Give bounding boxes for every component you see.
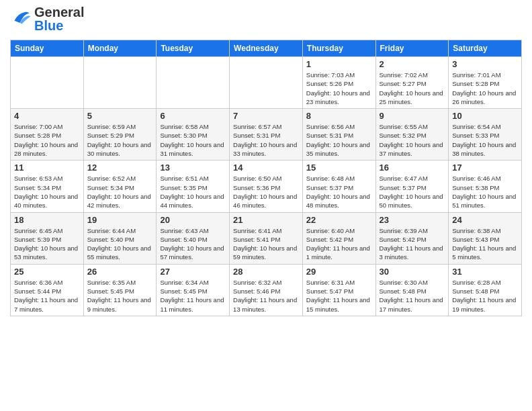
- calendar-cell: [157, 57, 230, 109]
- calendar-cell: 20Sunrise: 6:43 AMSunset: 5:40 PMDayligh…: [157, 212, 230, 264]
- day-info: Sunrise: 6:31 AMSunset: 5:47 PMDaylight:…: [306, 278, 372, 314]
- day-number: 24: [452, 215, 518, 225]
- day-info: Sunrise: 6:50 AMSunset: 5:36 PMDaylight:…: [233, 174, 299, 210]
- calendar-cell: 3Sunrise: 7:01 AMSunset: 5:28 PMDaylight…: [449, 57, 522, 109]
- calendar-cell: 6Sunrise: 6:58 AMSunset: 5:30 PMDaylight…: [157, 109, 230, 161]
- day-info: Sunrise: 6:45 AMSunset: 5:39 PMDaylight:…: [14, 226, 80, 262]
- calendar-cell: 7Sunrise: 6:57 AMSunset: 5:31 PMDaylight…: [230, 109, 303, 161]
- logo-general: General: [34, 5, 84, 19]
- calendar-cell: 30Sunrise: 6:30 AMSunset: 5:48 PMDayligh…: [375, 264, 449, 316]
- calendar-cell: 26Sunrise: 6:35 AMSunset: 5:45 PMDayligh…: [83, 264, 157, 316]
- day-info: Sunrise: 6:36 AMSunset: 5:44 PMDaylight:…: [14, 278, 80, 314]
- day-info: Sunrise: 6:56 AMSunset: 5:31 PMDaylight:…: [306, 122, 372, 158]
- day-number: 3: [452, 59, 518, 69]
- calendar-cell: 13Sunrise: 6:51 AMSunset: 5:35 PMDayligh…: [157, 161, 230, 212]
- day-info: Sunrise: 6:34 AMSunset: 5:45 PMDaylight:…: [160, 278, 226, 314]
- calendar-cell: 23Sunrise: 6:39 AMSunset: 5:42 PMDayligh…: [375, 212, 449, 264]
- day-info: Sunrise: 6:32 AMSunset: 5:46 PMDaylight:…: [233, 278, 299, 314]
- logo-text: General Blue: [34, 5, 84, 32]
- day-number: 26: [87, 267, 153, 277]
- day-info: Sunrise: 6:30 AMSunset: 5:48 PMDaylight:…: [380, 278, 445, 314]
- day-number: 13: [160, 163, 226, 173]
- day-info: Sunrise: 6:44 AMSunset: 5:40 PMDaylight:…: [87, 226, 153, 262]
- day-number: 18: [14, 215, 80, 225]
- weekday-tuesday: Tuesday: [157, 40, 230, 57]
- calendar-cell: 1Sunrise: 7:03 AMSunset: 5:26 PMDaylight…: [302, 57, 375, 109]
- calendar-cell: 15Sunrise: 6:48 AMSunset: 5:37 PMDayligh…: [302, 161, 375, 212]
- day-info: Sunrise: 7:00 AMSunset: 5:28 PMDaylight:…: [14, 122, 80, 158]
- calendar-cell: [11, 57, 84, 109]
- day-number: 8: [306, 111, 372, 121]
- day-info: Sunrise: 7:02 AMSunset: 5:27 PMDaylight:…: [380, 71, 445, 106]
- day-info: Sunrise: 6:40 AMSunset: 5:42 PMDaylight:…: [306, 226, 372, 262]
- day-info: Sunrise: 6:54 AMSunset: 5:33 PMDaylight:…: [452, 122, 518, 158]
- calendar-cell: [230, 57, 303, 109]
- day-info: Sunrise: 6:43 AMSunset: 5:40 PMDaylight:…: [160, 226, 226, 262]
- day-number: 31: [452, 267, 518, 277]
- calendar-cell: 11Sunrise: 6:53 AMSunset: 5:34 PMDayligh…: [11, 161, 84, 212]
- calendar-cell: 22Sunrise: 6:40 AMSunset: 5:42 PMDayligh…: [302, 212, 375, 264]
- day-info: Sunrise: 6:38 AMSunset: 5:43 PMDaylight:…: [452, 226, 518, 262]
- day-number: 1: [306, 59, 372, 69]
- day-number: 21: [233, 215, 299, 225]
- weekday-friday: Friday: [375, 40, 449, 57]
- calendar-cell: 24Sunrise: 6:38 AMSunset: 5:43 PMDayligh…: [449, 212, 522, 264]
- calendar: SundayMondayTuesdayWednesdayThursdayFrid…: [10, 40, 522, 316]
- day-info: Sunrise: 6:46 AMSunset: 5:38 PMDaylight:…: [452, 174, 518, 210]
- day-info: Sunrise: 6:57 AMSunset: 5:31 PMDaylight:…: [233, 122, 299, 158]
- day-number: 28: [233, 267, 299, 277]
- calendar-cell: 5Sunrise: 6:59 AMSunset: 5:29 PMDaylight…: [83, 109, 157, 161]
- calendar-cell: 31Sunrise: 6:28 AMSunset: 5:48 PMDayligh…: [449, 264, 522, 316]
- weekday-thursday: Thursday: [302, 40, 375, 57]
- day-number: 27: [160, 267, 226, 277]
- day-number: 4: [14, 111, 80, 121]
- day-info: Sunrise: 6:39 AMSunset: 5:42 PMDaylight:…: [380, 226, 445, 262]
- day-number: 12: [87, 163, 153, 173]
- day-info: Sunrise: 6:52 AMSunset: 5:34 PMDaylight:…: [87, 174, 153, 210]
- weekday-wednesday: Wednesday: [230, 40, 303, 57]
- calendar-cell: 12Sunrise: 6:52 AMSunset: 5:34 PMDayligh…: [83, 161, 157, 212]
- day-number: 15: [306, 163, 372, 173]
- calendar-cell: 9Sunrise: 6:55 AMSunset: 5:32 PMDaylight…: [375, 109, 449, 161]
- day-number: 6: [160, 111, 226, 121]
- logo-icon: [10, 8, 32, 30]
- calendar-cell: 14Sunrise: 6:50 AMSunset: 5:36 PMDayligh…: [230, 161, 303, 212]
- weekday-saturday: Saturday: [449, 40, 522, 57]
- calendar-cell: 29Sunrise: 6:31 AMSunset: 5:47 PMDayligh…: [302, 264, 375, 316]
- day-number: 7: [233, 111, 299, 121]
- day-number: 2: [380, 59, 445, 69]
- day-info: Sunrise: 6:35 AMSunset: 5:45 PMDaylight:…: [87, 278, 153, 314]
- weekday-sunday: Sunday: [11, 40, 84, 57]
- day-number: 20: [160, 215, 226, 225]
- calendar-cell: 16Sunrise: 6:47 AMSunset: 5:37 PMDayligh…: [375, 161, 449, 212]
- calendar-cell: 28Sunrise: 6:32 AMSunset: 5:46 PMDayligh…: [230, 264, 303, 316]
- calendar-cell: 10Sunrise: 6:54 AMSunset: 5:33 PMDayligh…: [449, 109, 522, 161]
- calendar-cell: 17Sunrise: 6:46 AMSunset: 5:38 PMDayligh…: [449, 161, 522, 212]
- day-number: 17: [452, 163, 518, 173]
- calendar-cell: 18Sunrise: 6:45 AMSunset: 5:39 PMDayligh…: [11, 212, 84, 264]
- day-number: 25: [14, 267, 80, 277]
- day-info: Sunrise: 6:48 AMSunset: 5:37 PMDaylight:…: [306, 174, 372, 210]
- day-info: Sunrise: 6:47 AMSunset: 5:37 PMDaylight:…: [380, 174, 445, 210]
- day-info: Sunrise: 6:58 AMSunset: 5:30 PMDaylight:…: [160, 122, 226, 158]
- day-number: 23: [380, 215, 445, 225]
- calendar-cell: 21Sunrise: 6:41 AMSunset: 5:41 PMDayligh…: [230, 212, 303, 264]
- weekday-monday: Monday: [83, 40, 157, 57]
- day-info: Sunrise: 6:59 AMSunset: 5:29 PMDaylight:…: [87, 122, 153, 158]
- calendar-cell: 19Sunrise: 6:44 AMSunset: 5:40 PMDayligh…: [83, 212, 157, 264]
- day-number: 11: [14, 163, 80, 173]
- day-number: 22: [306, 215, 372, 225]
- day-number: 19: [87, 215, 153, 225]
- logo: General Blue: [10, 5, 84, 32]
- calendar-cell: 2Sunrise: 7:02 AMSunset: 5:27 PMDaylight…: [375, 57, 449, 109]
- day-number: 10: [452, 111, 518, 121]
- day-info: Sunrise: 7:03 AMSunset: 5:26 PMDaylight:…: [306, 71, 372, 106]
- day-info: Sunrise: 6:28 AMSunset: 5:48 PMDaylight:…: [452, 278, 518, 314]
- day-info: Sunrise: 6:51 AMSunset: 5:35 PMDaylight:…: [160, 174, 226, 210]
- day-number: 16: [380, 163, 445, 173]
- day-info: Sunrise: 7:01 AMSunset: 5:28 PMDaylight:…: [452, 71, 518, 106]
- day-number: 9: [380, 111, 445, 121]
- calendar-cell: 25Sunrise: 6:36 AMSunset: 5:44 PMDayligh…: [11, 264, 84, 316]
- calendar-cell: 4Sunrise: 7:00 AMSunset: 5:28 PMDaylight…: [11, 109, 84, 161]
- calendar-cell: 8Sunrise: 6:56 AMSunset: 5:31 PMDaylight…: [302, 109, 375, 161]
